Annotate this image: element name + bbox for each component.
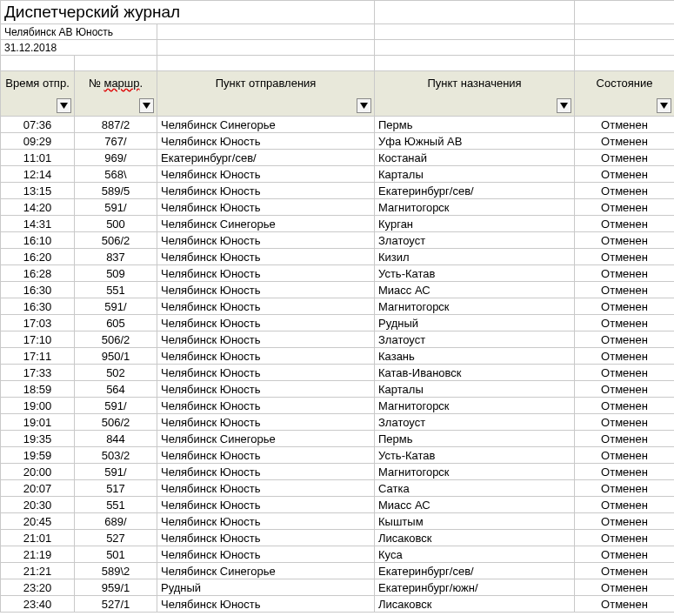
- cell-status: Отменен: [575, 298, 674, 315]
- cell-route: 500: [75, 216, 157, 232]
- table-row: 16:20837Челябинск ЮностьКизилОтменен: [1, 249, 675, 265]
- cell-route: 527/1: [75, 596, 157, 613]
- cell-status: Отменен: [575, 414, 674, 431]
- cell-departure: Челябинск Юность: [157, 365, 375, 381]
- cell-departure: Челябинск Юность: [157, 414, 375, 431]
- cell-route: 950/1: [75, 348, 157, 365]
- cell-status: Отменен: [575, 513, 674, 530]
- cell-time: 16:30: [1, 282, 75, 298]
- cell-destination: Усть-Катав: [375, 447, 575, 464]
- col-header-status[interactable]: Состояние: [575, 71, 674, 117]
- cell-destination: Магнитогорск: [375, 464, 575, 480]
- cell-destination: Златоуст: [375, 232, 575, 249]
- cell-status: Отменен: [575, 265, 674, 282]
- table-row: 23:40527/1Челябинск ЮностьЛисаковскОтмен…: [1, 596, 675, 613]
- table-row: 17:03605Челябинск ЮностьРудныйОтменен: [1, 315, 675, 331]
- cell-departure: Челябинск Юность: [157, 265, 375, 282]
- filter-button-time[interactable]: [57, 98, 71, 113]
- col-header-route[interactable]: № маршр.: [75, 71, 157, 117]
- table-row: 16:28509Челябинск ЮностьУсть-КатавОтмене…: [1, 265, 675, 282]
- table-row: 20:07517Челябинск ЮностьСаткаОтменен: [1, 480, 675, 497]
- cell-status: Отменен: [575, 183, 674, 199]
- filter-button-status[interactable]: [657, 98, 671, 113]
- cell-destination: Рудный: [375, 315, 575, 331]
- cell-destination: Катав-Ивановск: [375, 365, 575, 381]
- cell-departure: Челябинск Синегорье: [157, 117, 375, 133]
- cell-destination: Усть-Катав: [375, 265, 575, 282]
- cell-route: 844: [75, 431, 157, 447]
- cell-route: 591/: [75, 464, 157, 480]
- cell-departure: Челябинск Юность: [157, 464, 375, 480]
- blank-row: [1, 56, 675, 71]
- cell-time: 20:45: [1, 513, 75, 530]
- cell-status: Отменен: [575, 365, 674, 381]
- table-row: 20:30551Челябинск ЮностьМиасс АСОтменен: [1, 497, 675, 513]
- cell-route: 605: [75, 315, 157, 331]
- svg-marker-3: [560, 103, 568, 109]
- cell-status: Отменен: [575, 596, 674, 613]
- cell-route: 591/: [75, 298, 157, 315]
- col-header-departure-label: Пункт отправления: [216, 77, 317, 90]
- chevron-down-icon: [143, 103, 150, 109]
- svg-marker-1: [143, 103, 150, 109]
- cell-destination: Казань: [375, 348, 575, 365]
- cell-time: 21:01: [1, 530, 75, 546]
- cell-departure: Челябинск Юность: [157, 199, 375, 216]
- chevron-down-icon: [360, 103, 368, 109]
- cell-status: Отменен: [575, 232, 674, 249]
- filter-button-route[interactable]: [139, 98, 154, 113]
- cell-departure: Челябинск Юность: [157, 166, 375, 183]
- col-header-destination[interactable]: Пункт назначения: [375, 71, 575, 117]
- col-header-time[interactable]: Время отпр.: [1, 71, 75, 117]
- cell-destination: Пермь: [375, 431, 575, 447]
- table-row: 19:01506/2Челябинск ЮностьЗлатоустОтмене…: [1, 414, 675, 431]
- cell-departure: Челябинск Юность: [157, 381, 375, 398]
- cell-route: 887/2: [75, 117, 157, 133]
- cell-status: Отменен: [575, 166, 674, 183]
- cell-destination: Куса: [375, 546, 575, 563]
- table-row: 21:19501Челябинск ЮностьКусаОтменен: [1, 546, 675, 563]
- cell-status: Отменен: [575, 133, 674, 150]
- cell-time: 14:31: [1, 216, 75, 232]
- col-header-departure[interactable]: Пункт отправления: [157, 71, 375, 117]
- table-row: 14:20591/Челябинск ЮностьМагнитогорскОтм…: [1, 199, 675, 216]
- cell-time: 20:07: [1, 480, 75, 497]
- chevron-down-icon: [560, 103, 568, 109]
- chevron-down-icon: [60, 103, 68, 109]
- svg-marker-2: [360, 103, 368, 109]
- cell-time: 16:28: [1, 265, 75, 282]
- cell-time: 17:10: [1, 331, 75, 348]
- cell-status: Отменен: [575, 381, 674, 398]
- cell-departure: Челябинск Юность: [157, 183, 375, 199]
- cell-departure: Рудный: [157, 579, 375, 596]
- cell-destination: Екатеринбург/сев/: [375, 563, 575, 579]
- filter-button-destination[interactable]: [557, 98, 571, 113]
- cell-route: 503/2: [75, 447, 157, 464]
- cell-time: 16:30: [1, 298, 75, 315]
- cell-destination: Златоуст: [375, 331, 575, 348]
- table-row: 16:30551Челябинск ЮностьМиасс АСОтменен: [1, 282, 675, 298]
- table-row: 17:10506/2Челябинск ЮностьЗлатоустОтмене…: [1, 331, 675, 348]
- cell-departure: Челябинск Юность: [157, 513, 375, 530]
- cell-status: Отменен: [575, 546, 674, 563]
- cell-status: Отменен: [575, 464, 674, 480]
- cell-status: Отменен: [575, 249, 674, 265]
- cell-departure: Челябинск Юность: [157, 315, 375, 331]
- cell-time: 18:59: [1, 381, 75, 398]
- filter-button-departure[interactable]: [357, 98, 371, 113]
- title-row: Диспетчерский журнал: [1, 1, 675, 24]
- cell-destination: Уфа Южный АВ: [375, 133, 575, 150]
- table-row: 11:01969/Екатеринбург/сев/КостанайОтмене…: [1, 150, 675, 166]
- log-date: 31.12.2018: [1, 40, 157, 56]
- col-header-destination-label: Пункт назначения: [427, 77, 521, 90]
- cell-time: 16:10: [1, 232, 75, 249]
- cell-destination: Кизил: [375, 249, 575, 265]
- cell-status: Отменен: [575, 530, 674, 546]
- cell-departure: Челябинск Юность: [157, 447, 375, 464]
- cell-time: 19:00: [1, 398, 75, 414]
- cell-destination: Магнитогорск: [375, 298, 575, 315]
- cell-destination: Кыштым: [375, 513, 575, 530]
- cell-time: 14:20: [1, 199, 75, 216]
- chevron-down-icon: [660, 103, 668, 109]
- cell-route: 509: [75, 265, 157, 282]
